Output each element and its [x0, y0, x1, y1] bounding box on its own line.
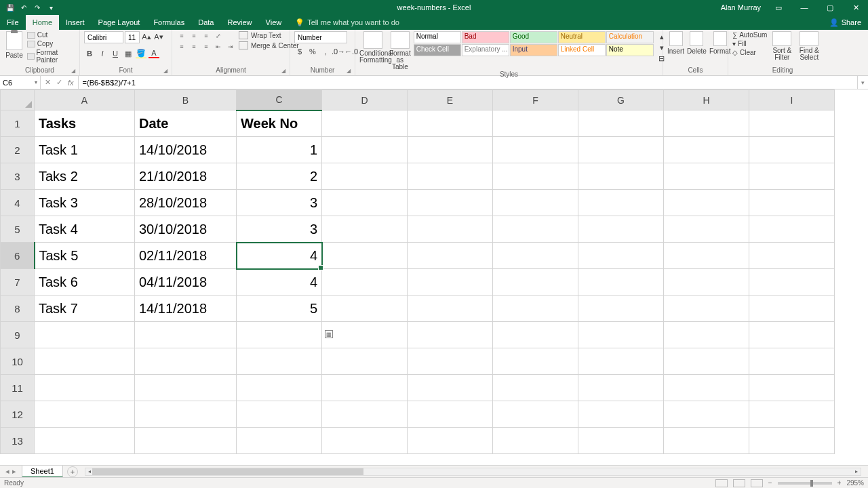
delete-cells-button[interactable]: Delete	[687, 31, 707, 55]
align-middle-icon[interactable]: ≡	[189, 31, 199, 41]
cell-I7[interactable]	[749, 269, 835, 296]
cell-B12[interactable]	[135, 401, 237, 428]
share-button[interactable]: 👤 Share	[829, 15, 868, 30]
normal-view-icon[interactable]	[715, 479, 728, 487]
align-center-icon[interactable]: ≡	[189, 42, 199, 52]
col-header-H[interactable]: H	[664, 90, 749, 110]
expand-formula-bar-icon[interactable]: ▾	[857, 76, 868, 89]
cell-A11[interactable]	[35, 375, 135, 401]
cell-C5[interactable]: 3	[237, 216, 322, 243]
row-header-7[interactable]: 7	[1, 269, 35, 296]
cell-D2[interactable]	[322, 137, 408, 163]
cell-H7[interactable]	[664, 269, 749, 296]
cell-I8[interactable]	[749, 296, 835, 322]
cell-E13[interactable]	[408, 428, 493, 454]
increase-font-icon[interactable]: A▴	[141, 31, 152, 42]
cell-E5[interactable]	[408, 216, 493, 243]
cell-G1[interactable]	[578, 110, 664, 137]
cell-H2[interactable]	[664, 137, 749, 163]
cell-I10[interactable]	[749, 348, 835, 375]
cell-E2[interactable]	[408, 137, 493, 163]
insert-cells-button[interactable]: Insert	[667, 31, 684, 55]
style-note[interactable]: Note	[606, 44, 654, 56]
cell-B7[interactable]: 04/11/2018	[135, 269, 237, 296]
col-header-B[interactable]: B	[135, 90, 237, 110]
cell-B13[interactable]	[135, 428, 237, 454]
cell-C13[interactable]	[237, 428, 322, 454]
style-linked-cell[interactable]: Linked Cell	[558, 44, 606, 56]
tab-insert[interactable]: Insert	[59, 15, 92, 30]
row-header-3[interactable]: 3	[1, 163, 35, 190]
style-explanatory-[interactable]: Explanatory ...	[462, 44, 509, 56]
cancel-formula-icon[interactable]: ✕	[45, 78, 51, 87]
cell-H12[interactable]	[664, 401, 749, 428]
cell-F9[interactable]	[493, 322, 578, 348]
cell-D10[interactable]	[322, 348, 408, 375]
cell-I12[interactable]	[749, 401, 835, 428]
cell-E6[interactable]	[408, 243, 493, 269]
cell-F5[interactable]	[493, 216, 578, 243]
launcher-icon[interactable]: ◢	[347, 68, 351, 74]
save-icon[interactable]: 💾	[5, 3, 15, 12]
zoom-out-icon[interactable]: −	[768, 479, 772, 487]
cell-D5[interactable]	[322, 216, 408, 243]
cell-E9[interactable]	[408, 322, 493, 348]
col-header-I[interactable]: I	[749, 90, 835, 110]
row-header-1[interactable]: 1	[1, 110, 35, 137]
minimize-icon[interactable]: —	[796, 0, 812, 15]
name-box[interactable]: C6 ▾	[0, 76, 41, 89]
cell-D12[interactable]	[322, 401, 408, 428]
align-left-icon[interactable]: ≡	[176, 42, 187, 52]
cell-C12[interactable]	[237, 401, 322, 428]
clear-button[interactable]: ◇Clear	[732, 49, 767, 56]
cell-E8[interactable]	[408, 296, 493, 322]
tab-review[interactable]: Review	[220, 15, 258, 30]
align-bottom-icon[interactable]: ≡	[201, 31, 212, 41]
cell-B10[interactable]	[135, 348, 237, 375]
cell-H10[interactable]	[664, 348, 749, 375]
cell-F1[interactable]	[493, 110, 578, 137]
number-format-combo[interactable]: Number	[294, 31, 347, 43]
style-neutral[interactable]: Neutral	[558, 31, 606, 43]
zoom-in-icon[interactable]: +	[837, 479, 842, 487]
row-header-6[interactable]: 6	[1, 243, 35, 269]
scroll-right-icon[interactable]: ▸	[852, 468, 861, 474]
cell-C4[interactable]: 3	[237, 190, 322, 216]
fx-icon[interactable]: fx	[68, 79, 74, 87]
autosum-button[interactable]: ∑AutoSum	[732, 31, 767, 39]
cell-E7[interactable]	[408, 269, 493, 296]
style-good[interactable]: Good	[510, 31, 557, 43]
align-right-icon[interactable]: ≡	[201, 42, 212, 52]
cell-A6[interactable]: Task 5	[35, 243, 135, 269]
cell-H13[interactable]	[664, 428, 749, 454]
cell-C1[interactable]: Week No	[237, 110, 322, 137]
cell-F12[interactable]	[493, 401, 578, 428]
style-normal[interactable]: Normal	[414, 31, 461, 43]
copy-button[interactable]: Copy	[27, 40, 75, 47]
cell-C6[interactable]: 4	[237, 243, 322, 269]
font-size-combo[interactable]: 11	[125, 31, 140, 43]
cell-A8[interactable]: Task 7	[35, 296, 135, 322]
cell-F2[interactable]	[493, 137, 578, 163]
cell-A9[interactable]	[35, 322, 135, 348]
tab-view[interactable]: View	[259, 15, 289, 30]
fill-button[interactable]: ▾Fill	[732, 40, 767, 47]
cell-G5[interactable]	[578, 216, 664, 243]
cell-I11[interactable]	[749, 375, 835, 401]
paste-button[interactable]: Paste	[4, 31, 24, 59]
cell-F13[interactable]	[493, 428, 578, 454]
cell-E3[interactable]	[408, 163, 493, 190]
tab-formulas[interactable]: Formulas	[146, 15, 191, 30]
cell-H9[interactable]	[664, 322, 749, 348]
tab-data[interactable]: Data	[191, 15, 220, 30]
cell-B1[interactable]: Date	[135, 110, 237, 137]
fill-color-button[interactable]: 🪣	[136, 48, 146, 59]
cell-D9[interactable]	[322, 322, 408, 348]
cell-G12[interactable]	[578, 401, 664, 428]
page-break-view-icon[interactable]	[751, 479, 763, 487]
select-all-corner[interactable]	[1, 90, 35, 110]
cell-F7[interactable]	[493, 269, 578, 296]
cell-C10[interactable]	[237, 348, 322, 375]
style-check-cell[interactable]: Check Cell	[414, 44, 461, 56]
cell-I1[interactable]	[749, 110, 835, 137]
